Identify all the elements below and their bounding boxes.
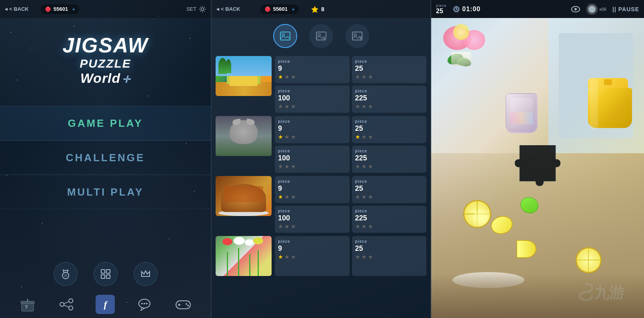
menu-item-gameplay[interactable]: GAME PLAY — [0, 106, 211, 140]
footer-icon-bar: ? f — [0, 295, 211, 314]
facebook-icon: f — [104, 299, 107, 310]
menu-label-gameplay: GAME PLAY — [68, 117, 143, 130]
mystery-box-button[interactable]: ? — [18, 295, 37, 314]
puzzle-option-food-9[interactable]: piece 9 ★ ★ ★ — [275, 176, 350, 203]
puzzle-options-food: piece 9 ★ ★ ★ piece 25 ★ ★ ★ — [275, 176, 426, 233]
set-label: SET — [186, 6, 196, 12]
settings-button[interactable]: SET — [186, 6, 206, 13]
chat-button[interactable] — [135, 295, 154, 314]
puzzle-icon: ✛ — [122, 74, 130, 85]
svg-point-25 — [187, 305, 189, 306]
puzzle-row-flowers: piece 9 ★ ★ ★ piece 25 ★ ★ ★ — [216, 236, 426, 276]
svg-point-41 — [574, 8, 577, 10]
puzzle-options-beach: piece 9 ★ ★ ★ piece 25 ★ ★ ★ — [275, 56, 426, 113]
svg-point-18 — [141, 303, 143, 304]
svg-text:?: ? — [25, 304, 28, 310]
puzzle-option-food-25[interactable]: piece 25 ★ ★ ★ — [352, 176, 427, 203]
timer: 01:00 — [453, 6, 481, 13]
back-icon-2: ◂ — [216, 6, 219, 12]
gamepad-icon — [175, 297, 192, 312]
svg-text:九游: 九游 — [594, 284, 625, 301]
puzzle-option-food-225[interactable]: piece 225 ★ ★ ★ — [352, 206, 427, 233]
svg-point-14 — [69, 306, 73, 310]
hint-multiplier: x06 — [599, 7, 606, 12]
crown-button[interactable] — [134, 262, 158, 286]
medal-icon — [60, 268, 71, 280]
puzzle-option-food-100[interactable]: piece 100 ★ ★ ★ — [275, 206, 350, 233]
timer-icon — [453, 6, 460, 13]
puzzle-option-flowers-9[interactable]: piece 9 ★ ★ ★ — [275, 236, 350, 276]
panel2-add-gems-button[interactable]: + — [292, 6, 295, 12]
bottom-icon-bar — [0, 262, 211, 286]
puzzle-thumb-cat[interactable] — [216, 116, 272, 156]
panel-active-puzzle: piece 25 01:00 x06 — [431, 0, 644, 318]
timer-display: 01:00 — [462, 6, 481, 13]
puzzle-option-cat-225[interactable]: piece 225 ★ ★ ★ — [352, 146, 427, 173]
star-counter: 8 — [311, 5, 324, 13]
pause-button[interactable]: || PAUSE — [612, 6, 639, 12]
puzzle-thumb-flowers[interactable] — [216, 236, 272, 276]
add-gems-button[interactable]: + — [72, 6, 75, 12]
svg-point-20 — [146, 303, 148, 304]
puzzle-options-cat: piece 9 ★ ★ ★ piece 25 ★ ★ ★ — [275, 116, 426, 173]
panel3-header: piece 25 01:00 x06 — [431, 0, 644, 18]
puzzle-option-flowers-25[interactable]: piece 25 ★ ★ ★ — [352, 236, 427, 276]
tab-gallery[interactable] — [273, 24, 297, 48]
gallery-button[interactable] — [94, 262, 118, 286]
svg-rect-7 — [101, 275, 105, 278]
share-button[interactable] — [57, 295, 76, 314]
menu-item-multiplay[interactable]: MULTI PLAY — [0, 175, 211, 209]
panel-puzzle-selection: ◂ < BACK 55601 + 8 — [212, 0, 431, 318]
logo-line1: JIGSAW — [62, 34, 148, 57]
back-button[interactable]: ◂ < BACK — [5, 6, 29, 12]
tab-my-photos[interactable]: + — [309, 24, 333, 48]
panel1-header: ◂ < BACK 55601 + SET — [0, 0, 211, 18]
svg-point-2 — [201, 8, 204, 10]
gem-counter: 55601 + — [41, 4, 79, 14]
gallery-tab-icon — [279, 30, 291, 42]
panel2-back-button[interactable]: ◂ < BACK — [216, 6, 240, 12]
pause-label: || PAUSE — [612, 6, 639, 12]
svg-point-24 — [186, 303, 187, 305]
svg-line-39 — [456, 9, 458, 10]
puzzle-list: piece 9 ★ ★ ★ piece 25 ★ ★ ★ — [212, 54, 430, 318]
puzzle-option-beach-225[interactable]: piece 225 ★ ★ ★ — [352, 86, 427, 113]
gamepad-button[interactable] — [174, 295, 193, 314]
star-filled: ★ — [278, 74, 283, 80]
puzzle-option-cat-9[interactable]: piece 9 ★ ★ ★ — [275, 116, 350, 143]
svg-line-16 — [64, 305, 69, 307]
gem-icon — [45, 6, 51, 12]
gem-icon-2 — [264, 6, 271, 12]
svg-rect-29 — [280, 32, 290, 40]
achievement-button[interactable] — [54, 262, 78, 286]
menu-item-challenge[interactable]: CHALLENGE — [0, 140, 211, 175]
svg-point-12 — [69, 299, 73, 303]
piece-count-display: 25 — [436, 8, 443, 15]
mystery-box-icon: ? — [19, 296, 36, 313]
star-empty: ★ — [284, 74, 290, 80]
facebook-button[interactable]: f — [96, 295, 115, 314]
game-logo: JIGSAW PUZZLE World✛ — [62, 34, 148, 86]
puzzle-option-beach-25[interactable]: piece 25 ★ ★ ★ — [352, 56, 427, 83]
svg-rect-5 — [101, 270, 105, 273]
puzzle-thumb-beach[interactable] — [216, 56, 272, 96]
puzzle-option-cat-25[interactable]: piece 25 ★ ★ ★ — [352, 116, 427, 143]
star-icon-header — [311, 5, 319, 13]
preview-button[interactable] — [571, 6, 580, 13]
puzzle-option-beach-9[interactable]: piece 9 ★ ★ ★ — [275, 56, 350, 83]
svg-rect-6 — [106, 270, 110, 273]
panel2-back-label: < BACK — [221, 6, 240, 12]
star-empty: ★ — [291, 74, 296, 80]
panel2-header: ◂ < BACK 55601 + 8 — [212, 0, 430, 18]
svg-rect-8 — [106, 275, 110, 278]
puzzle-row-cat: piece 9 ★ ★ ★ piece 25 ★ ★ ★ — [216, 116, 426, 173]
tab-import[interactable] — [345, 24, 369, 48]
logo-line2: PUZZLE — [62, 57, 148, 70]
puzzle-option-cat-100[interactable]: piece 100 ★ ★ ★ — [275, 146, 350, 173]
svg-rect-10 — [21, 301, 34, 304]
svg-text:+: + — [323, 37, 326, 41]
puzzle-canvas[interactable]: 九游 — [431, 18, 644, 318]
puzzle-option-beach-100[interactable]: piece 100 ★ ★ ★ — [275, 86, 350, 113]
tab-bar: + — [212, 18, 430, 54]
puzzle-thumb-food[interactable] — [216, 176, 272, 216]
